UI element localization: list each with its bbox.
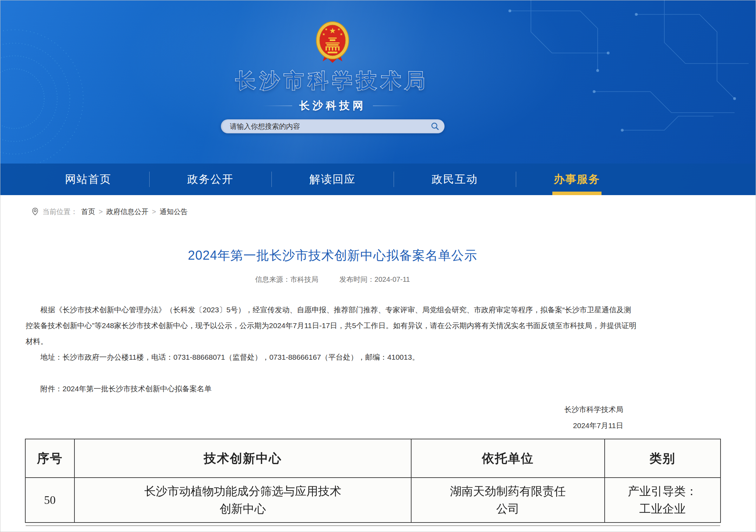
browser-page: ★ ★ ★ ★ ★ <box>0 0 756 532</box>
nav-item-gov-info[interactable]: 政务公开 <box>149 164 271 195</box>
header-cell-no: 序号 <box>25 439 74 478</box>
article-title: 2024年第一批长沙市技术创新中心拟备案名单公示 <box>0 247 665 264</box>
source-label: 信息来源： <box>255 275 290 283</box>
svg-text:★: ★ <box>325 27 328 31</box>
emblem-wrap: ★ ★ ★ ★ ★ <box>0 0 665 66</box>
site-title: 长沙市科学技术局 <box>0 68 665 94</box>
nav-item-interpretation[interactable]: 解读回应 <box>271 164 394 195</box>
breadcrumb: 当前位置： 首页 > 政府信息公开 > 通知公告 <box>0 195 756 217</box>
article-body: 根据《长沙市技术创新中心管理办法》（长科发〔2023〕5号），经宣传发动、自愿申… <box>26 302 637 397</box>
signature-org: 长沙市科学技术局 <box>0 401 623 418</box>
cell-org: 湖南天劲制药有限责任 公司 <box>411 478 605 523</box>
header-cell-org: 依托单位 <box>411 439 605 478</box>
cell-center: 长沙市动植物功能成分筛选与应用技术 创新中心 <box>74 478 411 523</box>
site-banner: ★ ★ ★ ★ ★ <box>0 0 756 195</box>
search-button[interactable] <box>428 119 445 133</box>
subtitle-left-line <box>263 106 292 106</box>
breadcrumb-separator: > <box>99 208 103 216</box>
article-paragraph-contact: 地址：长沙市政府一办公楼11楼，电话：0731-88668071（监督处），07… <box>26 349 637 365</box>
search-bar <box>221 119 445 133</box>
nav-item-services[interactable]: 办事服务 <box>516 164 638 195</box>
banner-content: ★ ★ ★ ★ ★ <box>0 0 665 164</box>
header-cell-category: 类别 <box>605 439 721 478</box>
breadcrumb-separator: > <box>152 208 156 216</box>
attachment-scan: 序号 技术创新中心 依托单位 类别 50 长沙市动植物功能成分筛选与应用技术 创… <box>25 439 721 526</box>
scan-artifact-line <box>26 525 720 526</box>
site-subtitle-text: 长沙科技网 <box>299 100 366 111</box>
cell-category: 产业引导类： 工业企业 <box>605 478 721 523</box>
innovation-center-table: 序号 技术创新中心 依托单位 类别 50 长沙市动植物功能成分筛选与应用技术 创… <box>25 439 721 523</box>
breadcrumb-notices[interactable]: 通知公告 <box>159 207 188 217</box>
signature-date: 2024年7月11日 <box>0 418 623 434</box>
site-subtitle: 长沙科技网 <box>0 99 665 113</box>
location-pin-icon <box>31 207 39 216</box>
article-meta: 信息来源：市科技局发布时间：2024-07-11 <box>0 275 665 284</box>
header-cell-center: 技术创新中心 <box>74 439 411 478</box>
search-input[interactable] <box>221 122 428 131</box>
article-signature: 长沙市科学技术局 2024年7月11日 <box>0 401 623 434</box>
cell-no: 50 <box>25 478 74 523</box>
nav-item-home[interactable]: 网站首页 <box>27 164 149 195</box>
nav-item-interaction[interactable]: 政民互动 <box>394 164 516 195</box>
source-value: 市科技局 <box>290 275 318 283</box>
breadcrumb-label: 当前位置： <box>42 207 78 217</box>
national-emblem-icon: ★ ★ ★ ★ ★ <box>315 21 350 66</box>
table-row: 50 长沙市动植物功能成分筛选与应用技术 创新中心 湖南天劲制药有限责任 公司 … <box>25 478 721 523</box>
attachment-link[interactable]: 附件：2024年第一批长沙市技术创新中心拟备案名单 <box>26 381 637 397</box>
article-paragraph: 根据《长沙市技术创新中心管理办法》（长科发〔2023〕5号），经宣传发动、自愿申… <box>26 302 637 349</box>
main-nav: 网站首页 政务公开 解读回应 政民互动 办事服务 <box>0 164 756 195</box>
table-header-row: 序号 技术创新中心 依托单位 类别 <box>25 439 721 478</box>
nav-list: 网站首页 政务公开 解读回应 政民互动 办事服务 <box>27 164 638 195</box>
svg-text:★: ★ <box>329 26 336 35</box>
svg-text:★: ★ <box>340 32 343 36</box>
breadcrumb-gov-info[interactable]: 政府信息公开 <box>106 207 149 217</box>
publish-date-label: 发布时间： <box>340 275 375 283</box>
publish-date-value: 2024-07-11 <box>375 275 410 283</box>
svg-text:★: ★ <box>322 32 326 36</box>
svg-text:★: ★ <box>337 27 341 31</box>
subtitle-right-line <box>373 106 402 106</box>
article: 2024年第一批长沙市技术创新中心拟备案名单公示 信息来源：市科技局发布时间：2… <box>0 247 665 526</box>
breadcrumb-home[interactable]: 首页 <box>81 207 95 217</box>
search-icon <box>430 122 440 131</box>
